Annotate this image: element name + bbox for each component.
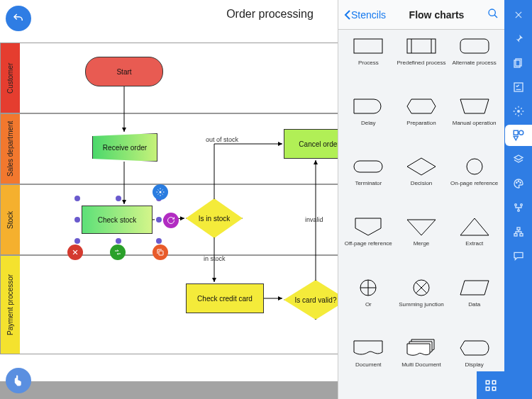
close-panel-button[interactable] [508,4,529,26]
stencil-item-multi-document[interactable]: Multi Document [396,337,448,393]
svg-point-42 [517,210,519,212]
lane-header-sales: Sales department [0,114,20,184]
svg-rect-35 [514,130,518,135]
shapes-icon[interactable] [505,125,532,146]
svg-rect-13 [159,251,163,255]
stencil-back-label: Stencils [351,9,386,21]
stencil-search-button[interactable] [487,8,499,22]
stencil-item-process[interactable]: Process [343,35,394,91]
svg-point-38 [518,181,519,181]
svg-point-34 [517,110,520,113]
pages-icon[interactable] [508,52,529,74]
connections-icon[interactable] [508,197,529,218]
stencil-item-manual-operation[interactable]: Manual operation [448,96,500,152]
stencil-item-alternate-process[interactable]: Alternate process [448,35,500,91]
edge-label-invalid: invalid [305,216,323,223]
grid-view-button[interactable] [477,371,504,399]
stencil-item-summing-junction[interactable]: Summing junction [396,277,448,333]
svg-rect-20 [460,39,489,53]
svg-line-15 [494,15,497,18]
stencil-item-data[interactable]: Data [448,277,500,333]
node-rotate-button[interactable] [163,213,179,228]
lane-header-customer: Customer [0,43,20,113]
edge-label-in-stock: in stock [204,255,226,262]
svg-point-41 [520,204,522,206]
stencil-grid: Process Predefined process Alternate pro… [338,30,504,399]
palette-icon[interactable] [508,173,529,194]
stencil-item-off-page-reference[interactable]: Off-page reference [343,216,394,272]
svg-point-39 [520,182,521,183]
stencil-title: Flow charts [386,9,487,21]
svg-rect-33 [514,83,523,91]
svg-point-22 [467,159,482,174]
svg-rect-45 [520,234,523,236]
stencil-header: Stencils Flow charts [338,0,504,30]
svg-rect-44 [514,234,517,236]
stencil-panel: Stencils Flow charts Process Predefined … [338,0,504,399]
pin-icon[interactable] [508,28,529,50]
node-copy-button[interactable] [153,245,168,260]
stencil-item-extract[interactable]: Extract [448,216,500,272]
node-receive-order[interactable]: Receive order [92,133,157,162]
touch-mode-button[interactable] [6,368,31,393]
right-toolbar [504,0,532,399]
edge-label-out-of-stock: out of stock [206,136,238,143]
settings-icon[interactable] [508,101,529,122]
stencil-item-predefined-process[interactable]: Predefined process [396,35,448,91]
svg-rect-46 [486,381,489,384]
layers-icon[interactable] [508,149,529,170]
stencil-item-or[interactable]: Or [343,277,394,333]
svg-point-37 [516,182,516,183]
stencil-item-preparation[interactable]: Preparation [396,96,448,152]
undo-button[interactable] [6,6,31,31]
svg-rect-47 [492,381,496,384]
svg-rect-43 [517,227,520,230]
node-start[interactable]: Start [85,57,163,86]
svg-rect-48 [486,387,489,390]
comment-icon[interactable] [508,245,529,266]
svg-point-36 [519,130,523,135]
stencil-back-button[interactable]: Stencils [344,9,386,21]
stencil-item-on-page-reference[interactable]: On-page reference [448,156,500,212]
stencil-item-terminator[interactable]: Terminator [343,156,394,212]
stencil-item-merge[interactable]: Merge [396,216,448,272]
checklist-icon[interactable] [508,77,529,98]
tree-icon[interactable] [508,221,529,242]
node-connect-button[interactable] [110,245,126,260]
svg-rect-16 [354,39,382,53]
node-check-stock[interactable]: Check stock [82,206,153,234]
stencil-item-document[interactable]: Document [343,337,394,393]
stencil-item-delay[interactable]: Delay [343,96,394,152]
stencil-item-decision[interactable]: Decision [396,156,448,212]
node-settings-button[interactable] [153,184,168,200]
svg-rect-49 [492,387,496,390]
node-delete-button[interactable] [67,245,83,260]
lane-header-payment: Payment processor [0,256,20,354]
svg-rect-21 [354,161,382,172]
svg-point-10 [160,191,162,193]
lane-header-stock: Stock [0,185,20,254]
svg-point-14 [489,9,495,16]
svg-point-40 [514,204,516,206]
node-check-credit-card[interactable]: Check credit card [186,283,264,313]
